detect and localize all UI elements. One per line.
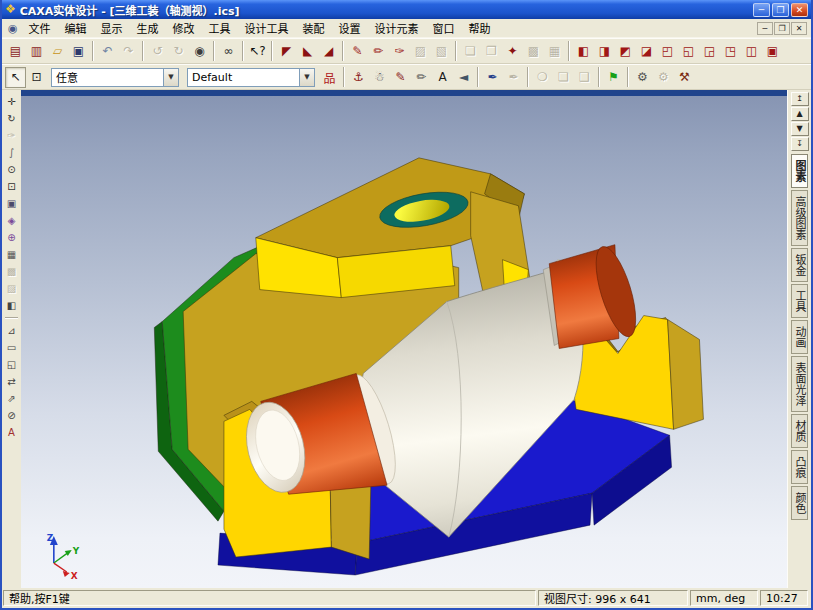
select-box-button[interactable]: ⊡ [26, 67, 47, 88]
box-select-button[interactable]: ◱ [3, 356, 20, 373]
snap-mode-combo[interactable]: 任意▼ [51, 68, 179, 87]
toolbox-button[interactable]: ⚒ [674, 67, 695, 88]
display-mode-button[interactable]: ◧ [3, 297, 20, 314]
menu-item-7[interactable]: 设计工具 [238, 18, 296, 38]
minimize-button[interactable]: ─ [753, 3, 770, 17]
start-flag-button[interactable]: ⚑ [603, 67, 624, 88]
zoom-window-button[interactable]: ⊡ [3, 178, 20, 195]
view-bottom-button[interactable]: ◱ [678, 41, 699, 62]
menu-item-8[interactable]: 装配 [296, 18, 332, 38]
select-arrow-button[interactable]: ↖ [5, 67, 26, 88]
annotate-button[interactable]: ✑ [389, 41, 410, 62]
camera-settings-button[interactable]: ▦ [3, 246, 20, 263]
view-iso-2-button[interactable]: ◳ [720, 41, 741, 62]
view-back-button[interactable]: ◨ [594, 41, 615, 62]
design-library-2-button[interactable]: ◣ [297, 41, 318, 62]
new-from-template-button[interactable]: ▥ [26, 41, 47, 62]
menu-item-1[interactable]: 文件 [22, 18, 58, 38]
close-button[interactable]: ✕ [791, 3, 808, 17]
model-swing-plate[interactable] [256, 158, 531, 306]
eyedropper-button[interactable]: ✒ [482, 67, 503, 88]
side-tab-3[interactable]: 钣金 [791, 248, 808, 282]
sketch-3d-button[interactable]: ✏ [368, 41, 389, 62]
title-bar[interactable]: ❖ CAXA实体设计 - [三维工装（轴测视）.ics] ─ ❐ ✕ [2, 0, 811, 19]
find-button[interactable]: ∞ [218, 41, 239, 62]
orbit-view-button[interactable]: ◉ [189, 41, 210, 62]
menu-item-12[interactable]: 帮助 [462, 18, 498, 38]
menu-item-4[interactable]: 生成 [130, 18, 166, 38]
pan-view-button[interactable]: ✛ [3, 93, 20, 110]
side-tab-8[interactable]: 凸痕 [791, 450, 808, 484]
menu-item-11[interactable]: 窗口 [426, 18, 462, 38]
text-tool-button[interactable]: A [432, 67, 453, 88]
catalog-scroll-down-button[interactable]: ▼ [791, 122, 809, 136]
swap-tool-button[interactable]: ⇄ [3, 373, 20, 390]
smart-snap-button[interactable]: ☃ [369, 67, 390, 88]
view-iso-4-button[interactable]: ▣ [762, 41, 783, 62]
design-library-1-button[interactable]: ◤ [276, 41, 297, 62]
style-combo-arrow-icon[interactable]: ▼ [299, 69, 314, 86]
zoom-view-button[interactable]: ⊙ [3, 161, 20, 178]
fly-mode-button[interactable]: ◈ [3, 212, 20, 229]
side-tab-4[interactable]: 工具 [791, 284, 808, 318]
side-tab-6[interactable]: 表面光泽 [791, 356, 808, 412]
new-design-button[interactable]: ▤ [5, 41, 26, 62]
view-iso-1-button[interactable]: ◲ [699, 41, 720, 62]
design-library-3-button[interactable]: ◢ [318, 41, 339, 62]
catalog-scroll-top-button[interactable]: ↥ [791, 92, 809, 106]
child-restore-button[interactable]: ❐ [774, 22, 790, 35]
save-file-button[interactable]: ▣ [68, 41, 89, 62]
audio-note-button[interactable]: ◄ [453, 67, 474, 88]
menu-item-6[interactable]: 工具 [202, 18, 238, 38]
smart-motion-button[interactable]: ⚓ [348, 67, 369, 88]
side-tab-5[interactable]: 动画 [791, 320, 808, 354]
tools-config-button[interactable]: ✦ [502, 41, 523, 62]
menu-item-5[interactable]: 修改 [166, 18, 202, 38]
sketch-2d-button[interactable]: ✎ [347, 41, 368, 62]
menu-item-3[interactable]: 显示 [94, 18, 130, 38]
side-tab-7[interactable]: 材质 [791, 414, 808, 448]
paint-bucket-button: ❍ [532, 67, 553, 88]
catalog-scroll-bottom-button[interactable]: ↧ [791, 137, 809, 151]
text-3d-button[interactable]: A [3, 424, 20, 441]
model-canvas[interactable]: Z Y X [21, 96, 787, 588]
menu-item-10[interactable]: 设计元素 [368, 18, 426, 38]
restore-button[interactable]: ❐ [772, 3, 789, 17]
style-combo[interactable]: Default▼ [187, 68, 315, 87]
side-tab-2[interactable]: 高级图素 [791, 190, 808, 246]
view-left-button[interactable]: ◩ [615, 41, 636, 62]
view-top-button[interactable]: ◰ [657, 41, 678, 62]
menu-item-2[interactable]: 编辑 [58, 18, 94, 38]
side-tab-1[interactable]: 图素 [791, 154, 808, 188]
smart-motion-icon: ⚓ [353, 70, 364, 84]
undo-button[interactable]: ↶ [97, 41, 118, 62]
menu-item-9[interactable]: 设置 [332, 18, 368, 38]
open-file-button[interactable]: ▱ [47, 41, 68, 62]
arrow-tool-button[interactable]: ⇗ [3, 390, 20, 407]
view-iso-3-icon: ◫ [746, 44, 757, 58]
side-tab-9[interactable]: 颜色 [791, 486, 808, 520]
face-tool-button[interactable]: ▭ [3, 339, 20, 356]
edge-tool-button[interactable]: ⊿ [3, 322, 20, 339]
circle-tool-button[interactable]: ⊘ [3, 407, 20, 424]
view-right-button[interactable]: ◪ [636, 41, 657, 62]
view-iso-3-button[interactable]: ◫ [741, 41, 762, 62]
viewport-3d[interactable]: Z Y X [21, 96, 787, 588]
camera-pan-button[interactable]: ▣ [3, 195, 20, 212]
snap-mode-combo-arrow-icon[interactable]: ▼ [163, 69, 178, 86]
scene-tree-button[interactable]: 品 [319, 67, 340, 88]
view-front-button[interactable]: ◧ [573, 41, 594, 62]
child-minimize-button[interactable]: ─ [757, 22, 773, 35]
sketch-mode-button: ✑ [3, 127, 20, 144]
status-help: 帮助,按F1键 [3, 590, 536, 606]
smart-eraser-button[interactable]: ✏ [411, 67, 432, 88]
smart-paint-button[interactable]: ✎ [390, 67, 411, 88]
catalog-scroll-up-button[interactable]: ▲ [791, 107, 809, 121]
child-close-button[interactable]: ✕ [791, 22, 807, 35]
look-at-button[interactable]: ⊕ [3, 229, 20, 246]
rotate-view-button[interactable]: ↻ [3, 110, 20, 127]
wizard-1-button[interactable]: ⚙ [632, 67, 653, 88]
context-help-button[interactable]: ↖? [247, 41, 268, 62]
document-icon[interactable]: ◉ [4, 22, 22, 35]
spline-tool-button[interactable]: ∫ [3, 144, 20, 161]
